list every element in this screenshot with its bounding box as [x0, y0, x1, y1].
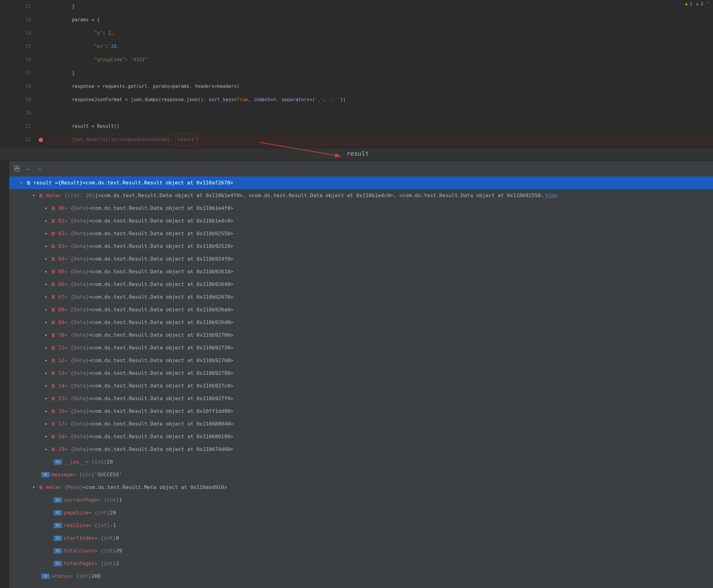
gutter-line-number[interactable]: 21 [5, 120, 49, 133]
tree-meta-item[interactable]: 01startIndex = {int} 0 [9, 532, 713, 544]
chevron-right-icon[interactable]: ▸ [43, 329, 49, 341]
tree-meta-item[interactable]: 01realSize = {int} -1 [9, 519, 713, 532]
tree-data-item[interactable]: ▸12 = {Data} <com.dx.test.Result.Data ob… [9, 354, 713, 367]
tree-data-item[interactable]: ▸14 = {Data} <com.dx.test.Result.Data ob… [9, 379, 713, 392]
chevron-right-icon[interactable]: ▸ [43, 405, 49, 418]
tree-data-item[interactable]: ▸09 = {Data} <com.dx.test.Result.Data ob… [9, 316, 713, 329]
gutter-line-number[interactable]: 20 [5, 106, 49, 120]
chevron-right-icon[interactable]: ▸ [43, 202, 49, 214]
chevron-right-icon[interactable]: ▸ [43, 379, 49, 392]
tree-data-item[interactable]: ▸01 = {Data} <com.dx.test.Result.Data ob… [9, 214, 713, 227]
debug-variables-panel[interactable]: ← → ▾result = {Result} <com.dx.test.Resu… [9, 161, 713, 588]
tree-data-item[interactable]: ▸18 = {Data} <com.dx.test.Result.Data ob… [9, 430, 713, 443]
code-line[interactable]: responseJsonFormat = json.dumps(response… [49, 93, 713, 106]
chevron-right-icon[interactable]: ▸ [43, 278, 49, 291]
tree-data-item[interactable]: ▸00 = {Data} <com.dx.test.Result.Data ob… [9, 202, 713, 214]
chevron-right-icon[interactable]: ▸ [43, 430, 49, 443]
svg-rect-20 [52, 246, 55, 247]
layout-icon[interactable] [14, 165, 20, 172]
tree-data-item[interactable]: ▸15 = {Data} <com.dx.test.Result.Data ob… [9, 392, 713, 405]
nav-forward-icon[interactable]: → [36, 165, 43, 172]
tree-data-item[interactable]: ▸08 = {Data} <com.dx.test.Result.Data ob… [9, 303, 713, 316]
object-icon [51, 307, 56, 313]
tree-meta-header[interactable]: ▾meta = {Meta} <com.dx.test.Result.Meta … [9, 481, 713, 493]
chevron-right-icon[interactable]: ▸ [43, 341, 49, 354]
variables-tree[interactable]: ▾result = {Result} <com.dx.test.Result.R… [9, 176, 713, 583]
code-editor[interactable]: ▲ 1 ▲ 3 ⌃ 1213141516171819202122 } param… [0, 0, 713, 149]
chevron-down-icon[interactable]: ▾ [19, 176, 24, 189]
tree-data-item[interactable]: ▸19 = {Data} <com.dx.test.Result.Data ob… [9, 443, 713, 456]
chevron-right-icon[interactable]: ▸ [43, 316, 49, 329]
nav-back-icon[interactable]: ← [25, 165, 32, 172]
chevron-right-icon[interactable]: ▸ [43, 214, 49, 227]
tree-meta-item[interactable]: 01pageSize = {int} 20 [9, 506, 713, 519]
svg-rect-46 [52, 359, 55, 360]
code-line[interactable]: params = { [49, 13, 713, 27]
gutter-line-number[interactable]: 19 [5, 93, 49, 106]
tree-data-item[interactable]: ▸06 = {Data} <com.dx.test.Result.Data ob… [9, 278, 713, 291]
code-line[interactable]: "ps": 20, [49, 40, 713, 53]
chevron-right-icon[interactable]: ▸ [43, 418, 49, 430]
chevron-down-icon[interactable]: ▾ [31, 481, 37, 493]
code-line[interactable]: response = requests.get(url, params=para… [49, 80, 713, 93]
gutter-line-number[interactable]: 16 [5, 53, 49, 66]
chevron-right-icon[interactable]: ▸ [43, 354, 49, 367]
chevron-right-icon[interactable]: ▸ [43, 227, 49, 240]
primitive-icon: 01 [54, 561, 62, 566]
tree-meta-item[interactable]: 01currentPage = {int} 1 [9, 493, 713, 506]
editor-code[interactable]: } params = { "p": 1, "ps": 20, "groupCod… [49, 0, 713, 149]
chevron-down-icon[interactable]: ▾ [31, 189, 37, 202]
tree-data-item[interactable]: ▸11 = {Data} <com.dx.test.Result.Data ob… [9, 341, 713, 354]
tree-root[interactable]: ▾result = {Result} <com.dx.test.Result.R… [9, 176, 713, 189]
svg-rect-17 [52, 233, 55, 234]
svg-rect-11 [52, 208, 55, 209]
svg-rect-9 [39, 196, 42, 197]
gutter-line-number[interactable]: 14 [5, 27, 49, 40]
gutter-line-number[interactable]: 12 [5, 0, 49, 13]
code-line[interactable]: } [49, 0, 713, 13]
code-line[interactable]: } [49, 66, 713, 80]
gutter-line-number[interactable]: 13 [5, 13, 49, 27]
tree-data-item[interactable]: ▸05 = {Data} <com.dx.test.Result.Data ob… [9, 265, 713, 278]
object-icon [51, 434, 56, 439]
gutter-line-number[interactable]: 18 [5, 80, 49, 93]
editor-gutter[interactable]: 1213141516171819202122 [5, 0, 49, 149]
svg-rect-19 [52, 245, 55, 246]
code-line[interactable]: "p": 1, [49, 27, 713, 40]
tree-data-item[interactable]: ▸04 = {Data} <com.dx.test.Result.Data ob… [9, 253, 713, 265]
chevron-right-icon[interactable]: ▸ [43, 443, 49, 456]
chevron-right-icon[interactable]: ▸ [43, 240, 49, 253]
tree-data-item[interactable]: ▸02 = {Data} <com.dx.test.Result.Data ob… [9, 227, 713, 240]
chevron-right-icon[interactable]: ▸ [43, 265, 49, 278]
tree-data-item[interactable]: ▸16 = {Data} <com.dx.test.Result.Data ob… [9, 405, 713, 418]
chevron-right-icon[interactable]: ▸ [43, 392, 49, 405]
chevron-right-icon[interactable]: ▸ [43, 253, 49, 265]
svg-rect-41 [52, 335, 55, 335]
chevron-right-icon[interactable]: ▸ [43, 367, 49, 379]
tree-data-item[interactable]: ▸17 = {Data} <com.dx.test.Result.Data ob… [9, 418, 713, 430]
code-line[interactable]: result = Result() [49, 120, 713, 133]
chevron-right-icon[interactable]: ▸ [43, 291, 49, 303]
breakpoint-icon[interactable] [39, 138, 43, 142]
gutter-line-number[interactable]: 17 [5, 66, 49, 80]
tree-status[interactable]: 01status = {int} 200 [9, 570, 713, 583]
svg-rect-31 [52, 296, 55, 296]
code-line[interactable] [49, 106, 713, 120]
view-link[interactable]: View [545, 189, 557, 202]
svg-rect-26 [52, 271, 55, 272]
primitive-icon: 01 [54, 510, 62, 515]
gutter-line-number[interactable]: 15 [5, 40, 49, 53]
tree-data-item[interactable]: ▸03 = {Data} <com.dx.test.Result.Data ob… [9, 240, 713, 253]
tree-data-header[interactable]: ▾data = {list: 20} [<com.dx.test.Result.… [9, 189, 713, 202]
object-icon [51, 345, 56, 351]
object-icon [51, 320, 56, 325]
tree-meta-item[interactable]: 01totalCount = {int} 29 [9, 544, 713, 557]
tree-data-item[interactable]: ▸10 = {Data} <com.dx.test.Result.Data ob… [9, 329, 713, 341]
tree-message[interactable]: 01message = {str} 'SUCCESS' [9, 468, 713, 481]
tree-meta-item[interactable]: 01totalPages = {int} 2 [9, 557, 713, 570]
tree-len[interactable]: 01__len__ = {int} 20 [9, 456, 713, 468]
code-line[interactable]: "groupCode": "4331" [49, 53, 713, 66]
chevron-right-icon[interactable]: ▸ [43, 303, 49, 316]
tree-data-item[interactable]: ▸13 = {Data} <com.dx.test.Result.Data ob… [9, 367, 713, 379]
tree-data-item[interactable]: ▸07 = {Data} <com.dx.test.Result.Data ob… [9, 291, 713, 303]
